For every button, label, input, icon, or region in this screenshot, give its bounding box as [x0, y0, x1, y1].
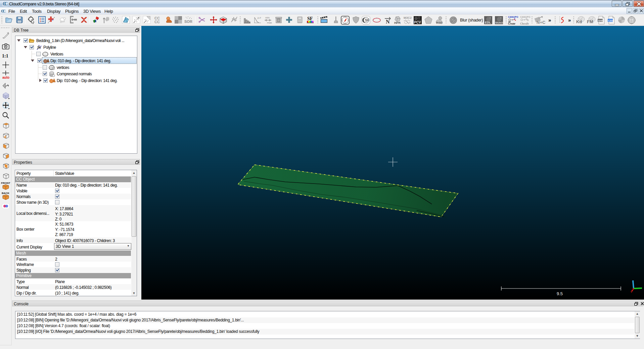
svg-text:EDL: EDL [485, 21, 491, 24]
svg-text:CANUPO: CANUPO [520, 16, 531, 18]
svg-text:BACK: BACK [2, 192, 9, 195]
svg-text:auto: auto [2, 76, 9, 79]
svg-text:1:1: 1:1 [2, 53, 8, 59]
svg-text:SF: SF [307, 16, 313, 21]
svg-text:9.5: 9.5 [557, 291, 563, 296]
svg-text:HPR: HPR [394, 21, 401, 25]
svg-text:C: C [3, 8, 6, 13]
svg-text:N: N [386, 19, 390, 25]
svg-text:N+C: N+C [537, 20, 546, 25]
svg-text:SSAO: SSAO [495, 21, 503, 24]
svg-text:SHP: SHP [598, 19, 604, 22]
svg-text:Kd: Kd [576, 19, 582, 24]
svg-text:CC: CC [154, 20, 160, 24]
svg-text:SOR: SOR [184, 20, 192, 24]
svg-text:M3C2: M3C2 [404, 16, 412, 20]
svg-text:PCV: PCV [414, 21, 421, 24]
svg-text:SF: SF [365, 18, 369, 22]
svg-text:FRONT: FRONT [1, 182, 10, 185]
svg-text:Create: Create [508, 22, 515, 25]
svg-text:RSD: RSD [436, 21, 443, 25]
svg-text:min: min [265, 16, 270, 19]
svg-text:μ,σ: μ,σ [258, 16, 261, 19]
svg-text:CSV: CSV [608, 19, 614, 22]
svg-text:CANUPO: CANUPO [508, 16, 518, 18]
svg-text:Classify: Classify [520, 22, 529, 25]
svg-text:C: C [4, 1, 8, 6]
svg-text:FM: FM [587, 19, 593, 24]
svg-text:max: max [267, 21, 272, 24]
